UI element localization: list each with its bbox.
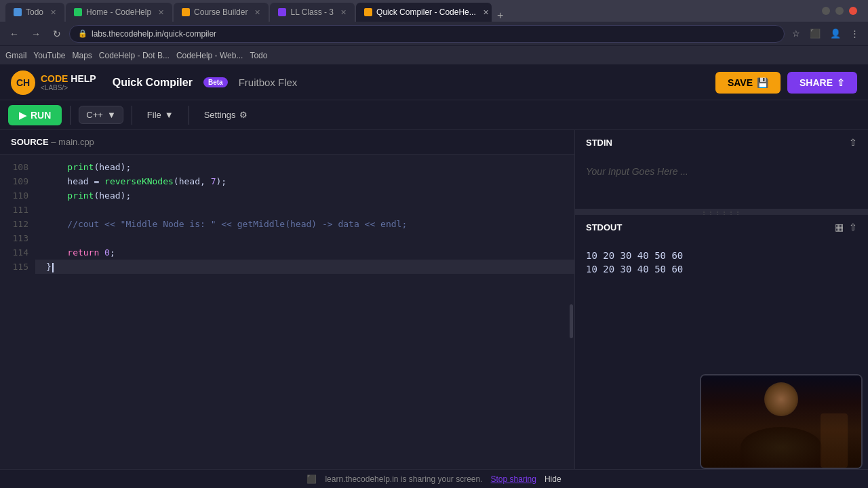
share-button[interactable]: SHARE ⇧ <box>787 72 857 94</box>
bookmark-codehelp-web[interactable]: CodeHelp - Web... <box>176 51 243 60</box>
tab-label: Todo <box>26 7 43 17</box>
tab-close-icon[interactable]: ✕ <box>158 8 164 17</box>
stdout-copy-icon[interactable]: ▦ <box>835 222 844 232</box>
scrollbar-thumb[interactable] <box>570 304 573 338</box>
stdin-label: STDIN <box>586 138 844 148</box>
browser-chrome: Todo ✕ Home - CodeHelp ✕ Course Builder … <box>0 0 868 65</box>
chevron-down-icon: ▼ <box>107 110 116 120</box>
window-minimize[interactable] <box>822 7 830 15</box>
bookmark-gmail[interactable]: Gmail <box>5 51 26 60</box>
stdin-header: STDIN ⇧ <box>575 130 868 155</box>
header-actions: SAVE 💾 SHARE ⇧ <box>715 72 857 94</box>
tab-ll-class[interactable]: LL Class - 3 ✕ <box>270 3 355 22</box>
tab-favicon <box>364 8 372 16</box>
new-tab-button[interactable]: + <box>493 9 507 22</box>
app-header: CH CODE HELP <LABS/> Quick Compiler Beta… <box>0 65 868 100</box>
code-content[interactable]: print(head); head = reverseKNodes(head, … <box>35 155 574 488</box>
app-nav-extra: Fruitbox Flex <box>239 77 298 88</box>
video-overlay <box>700 374 863 469</box>
bookmark-todo[interactable]: Todo <box>250 51 267 60</box>
tab-course-builder[interactable]: Course Builder ✕ <box>174 3 269 22</box>
line-num-110: 110 <box>0 188 35 203</box>
tab-close-icon[interactable]: ✕ <box>50 8 56 17</box>
video-bg <box>701 375 861 468</box>
address-bar[interactable]: 🔒 labs.thecodehelp.in/quick-compiler <box>69 25 785 43</box>
logo-subtext: <LABS/> <box>41 84 96 92</box>
stdout-download-icon[interactable]: ⇧ <box>849 222 857 232</box>
browser-nav: ← → ↻ 🔒 labs.thecodehelp.in/quick-compil… <box>0 22 868 46</box>
window-close[interactable] <box>849 7 857 15</box>
sharing-bar: ⬛ learn.thecodehelp.in is sharing your s… <box>0 469 868 488</box>
tab-close-icon[interactable]: ✕ <box>483 8 489 17</box>
stdout-line-1: 10 20 30 40 50 60 <box>586 250 857 261</box>
logo: CH CODE HELP <LABS/> <box>11 70 96 95</box>
tab-codehelp-home[interactable]: Home - CodeHelp ✕ <box>66 3 172 22</box>
line-num-111: 111 <box>0 203 35 217</box>
stdout-icons: ▦ ⇧ <box>835 222 857 232</box>
stdin-content[interactable]: Your Input Goes Here ... <box>575 155 868 209</box>
settings-icon[interactable]: ⋮ <box>847 26 863 41</box>
extension-icon[interactable]: ⬛ <box>806 26 824 41</box>
toolbar: ▶ RUN C++ ▼ File ▼ Settings ⚙ <box>0 100 868 130</box>
profile-icon[interactable]: 👤 <box>827 26 844 41</box>
app-title: Quick Compiler <box>113 77 193 89</box>
settings-button[interactable]: Settings ⚙ <box>197 106 254 123</box>
share-label: SHARE <box>800 77 833 88</box>
language-selector[interactable]: C++ ▼ <box>79 106 123 124</box>
bookmark-icon[interactable]: ☆ <box>789 26 804 41</box>
sharing-bar-text: learn.thecodehelp.in is sharing your scr… <box>325 474 482 484</box>
resize-handle[interactable]: ⋮⋮⋮⋮⋮⋮ <box>575 209 868 215</box>
source-panel: SOURCE – main.cpp 108 109 110 111 112 11… <box>0 130 575 488</box>
settings-gear-icon: ⚙ <box>239 110 248 120</box>
line-num-108: 108 <box>0 160 35 174</box>
tab-quick-compiler[interactable]: Quick Compiler - CodeHe... ✕ <box>356 3 492 22</box>
code-line-110: print(head); <box>35 188 574 203</box>
stdout-line-2: 10 20 30 40 50 60 <box>586 264 857 274</box>
code-line-108: print(head); <box>35 160 574 174</box>
tab-label: Course Builder <box>194 7 248 17</box>
tab-close-icon[interactable]: ✕ <box>340 8 347 17</box>
refresh-button[interactable]: ↻ <box>49 26 65 42</box>
stop-sharing-link[interactable]: Stop sharing <box>491 474 536 484</box>
file-menu-button[interactable]: File ▼ <box>140 106 180 123</box>
tab-close-icon[interactable]: ✕ <box>254 8 260 17</box>
back-button[interactable]: ← <box>5 26 23 42</box>
language-label: C++ <box>86 110 103 120</box>
logo-icon: CH <box>11 70 35 95</box>
stdin-upload-icon[interactable]: ⇧ <box>849 137 857 148</box>
hide-sharing-button[interactable]: Hide <box>545 474 561 484</box>
run-button[interactable]: ▶ RUN <box>8 105 62 125</box>
bookmark-maps[interactable]: Maps <box>73 51 92 60</box>
tab-label: Home - CodeHelp <box>86 7 151 17</box>
bookmark-codehelp-dot[interactable]: CodeHelp - Dot B... <box>99 51 170 60</box>
tab-todo[interactable]: Todo ✕ <box>5 3 64 22</box>
toolbar-divider-3 <box>189 106 189 125</box>
address-text: labs.thecodehelp.in/quick-compiler <box>92 29 216 39</box>
line-num-115: 115 <box>0 260 35 274</box>
save-button[interactable]: SAVE 💾 <box>715 72 781 94</box>
source-panel-header: SOURCE – main.cpp <box>0 130 574 155</box>
nav-icons: ☆ ⬛ 👤 ⋮ <box>789 26 863 41</box>
window-maximize[interactable] <box>835 7 844 15</box>
line-numbers: 108 109 110 111 112 113 114 115 <box>0 155 35 488</box>
cursor <box>52 263 54 272</box>
toolbar-divider <box>70 106 71 125</box>
stdin-placeholder: Your Input Goes Here ... <box>586 166 688 177</box>
logo-text-block: CODE HELP <LABS/> <box>41 73 96 92</box>
run-label: RUN <box>31 110 51 121</box>
code-line-113 <box>35 231 574 245</box>
face-silhouette <box>764 382 798 416</box>
forward-button[interactable]: → <box>27 26 45 42</box>
tab-favicon <box>278 8 286 16</box>
file-chevron-icon: ▼ <box>165 110 174 120</box>
source-separator: – <box>49 137 58 147</box>
line-num-109: 109 <box>0 174 35 188</box>
settings-label: Settings <box>204 110 236 120</box>
beta-badge: Beta <box>203 77 228 87</box>
source-label: SOURCE <box>11 137 49 147</box>
tab-label: LL Class - 3 <box>290 7 334 17</box>
tab-favicon <box>74 8 82 16</box>
bookmark-youtube[interactable]: YouTube <box>33 51 65 60</box>
browser-tabs: Todo ✕ Home - CodeHelp ✕ Course Builder … <box>5 0 507 22</box>
code-area[interactable]: 108 109 110 111 112 113 114 115 print(he… <box>0 155 574 488</box>
